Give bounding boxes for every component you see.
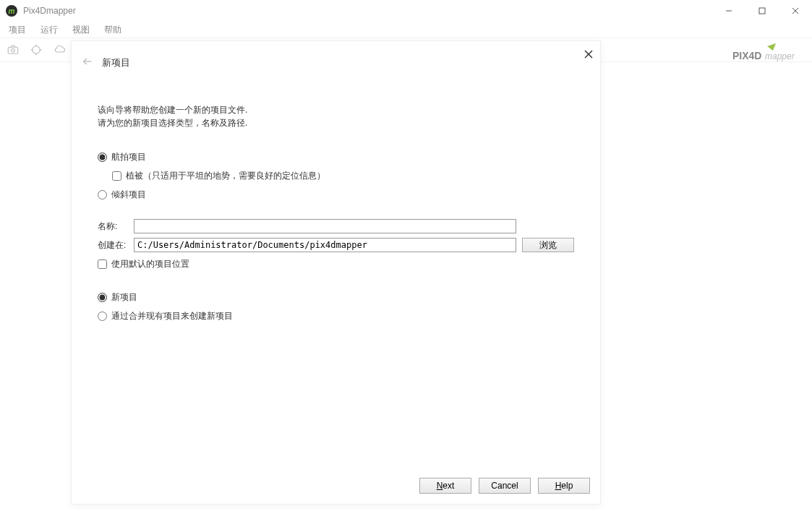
- maximize-button[interactable]: [745, 0, 779, 22]
- radio-oblique[interactable]: [98, 190, 107, 199]
- new-project-dialog: 新项目 该向导将帮助您创建一个新的项目文件. 请为您的新项目选择类型，名称及路径…: [71, 40, 601, 504]
- dialog-close-button[interactable]: [581, 47, 596, 61]
- brand-logo: PIX4D mapper: [732, 43, 805, 65]
- window-title: Pix4Dmapper: [23, 6, 76, 16]
- checkbox-vegetation-row[interactable]: 植被（只适用于平坦的地势，需要良好的定位信息）: [112, 168, 574, 183]
- name-label: 名称:: [98, 220, 134, 233]
- form-grid: 名称: 创建在: 浏览 使用默认的项目位置: [98, 219, 574, 271]
- path-label: 创建在:: [98, 239, 134, 252]
- path-row: 创建在: 浏览: [98, 238, 574, 252]
- checkbox-default-loc[interactable]: [98, 259, 107, 269]
- radio-merge[interactable]: [98, 312, 107, 321]
- radio-new-row[interactable]: 新项目: [98, 290, 574, 304]
- back-arrow-icon[interactable]: [82, 56, 93, 70]
- camera-icon[interactable]: [4, 41, 22, 59]
- checkbox-vegetation-label: 植被（只适用于平坦的地势，需要良好的定位信息）: [126, 168, 325, 183]
- radio-aerial[interactable]: [98, 153, 107, 162]
- svg-rect-4: [8, 47, 18, 53]
- checkbox-default-loc-row[interactable]: 使用默认的项目位置: [98, 257, 574, 271]
- intro-line-2: 请为您的新项目选择类型，名称及路径.: [98, 116, 574, 129]
- browse-button[interactable]: 浏览: [522, 238, 574, 252]
- svg-rect-1: [759, 8, 765, 14]
- radio-oblique-row[interactable]: 倾斜项目: [98, 187, 574, 202]
- app-icon-glyph: m: [9, 7, 15, 15]
- help-text: elp: [561, 481, 573, 491]
- menu-run[interactable]: 运行: [35, 22, 64, 38]
- menu-view[interactable]: 视图: [67, 22, 95, 38]
- checkbox-vegetation[interactable]: [112, 171, 121, 181]
- next-button[interactable]: Next: [419, 478, 471, 494]
- target-icon[interactable]: [27, 41, 45, 59]
- menu-help[interactable]: 帮助: [98, 22, 127, 38]
- radio-aerial-row[interactable]: 航拍项目: [98, 150, 574, 164]
- checkbox-default-loc-label: 使用默认的项目位置: [111, 257, 189, 271]
- cancel-button[interactable]: Cancel: [479, 478, 531, 494]
- next-text: ext: [443, 481, 454, 491]
- svg-text:PIX4D: PIX4D: [732, 50, 761, 61]
- close-button[interactable]: [779, 0, 812, 22]
- help-button[interactable]: Help: [538, 478, 590, 494]
- radio-new-label: 新项目: [111, 290, 137, 304]
- radio-new[interactable]: [98, 293, 107, 302]
- svg-point-6: [33, 46, 40, 54]
- minimize-button[interactable]: [712, 0, 745, 22]
- create-mode-group: 新项目 通过合并现有项目来创建新项目: [98, 290, 574, 323]
- cloud-icon[interactable]: [51, 41, 68, 59]
- name-row: 名称:: [98, 219, 574, 233]
- window-controls: [712, 0, 812, 22]
- intro-line-1: 该向导将帮助您创建一个新的项目文件.: [98, 103, 574, 116]
- app-icon: m: [6, 5, 17, 17]
- dialog-body: 该向导将帮助您创建一个新的项目文件. 请为您的新项目选择类型，名称及路径. 航拍…: [72, 70, 600, 475]
- project-type-group: 航拍项目 植被（只适用于平坦的地势，需要良好的定位信息） 倾斜项目: [98, 150, 574, 202]
- menu-project[interactable]: 项目: [3, 22, 32, 38]
- radio-merge-row[interactable]: 通过合并现有项目来创建新项目: [98, 309, 574, 323]
- radio-oblique-label: 倾斜项目: [111, 187, 146, 202]
- name-input[interactable]: [134, 219, 516, 233]
- dialog-title: 新项目: [102, 56, 130, 69]
- menubar: 项目 运行 视图 帮助: [0, 22, 812, 38]
- radio-aerial-label: 航拍项目: [111, 150, 146, 164]
- titlebar: m Pix4Dmapper: [0, 0, 812, 22]
- svg-text:mapper: mapper: [765, 51, 795, 61]
- dialog-header: 新项目: [72, 41, 600, 70]
- path-input[interactable]: [134, 238, 516, 252]
- dialog-footer: Next Cancel Help: [72, 475, 600, 504]
- svg-point-5: [12, 49, 15, 53]
- radio-merge-label: 通过合并现有项目来创建新项目: [111, 309, 233, 323]
